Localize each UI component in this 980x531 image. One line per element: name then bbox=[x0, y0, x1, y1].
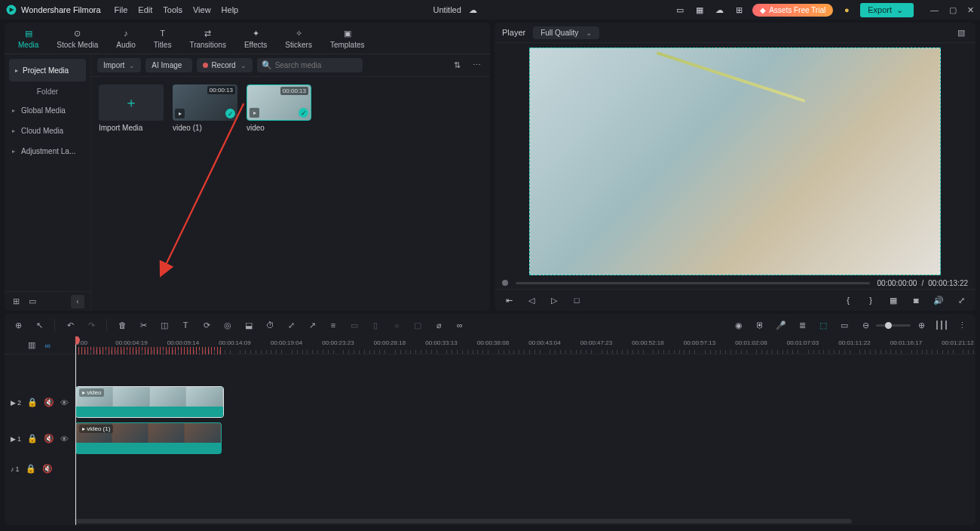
timeline-menu-icon[interactable]: ⋮ bbox=[956, 319, 968, 331]
tab-templates[interactable]: ▣Templates bbox=[330, 27, 365, 49]
media-item-video-1[interactable]: 00:00:13 ▸ ✓ video (1) bbox=[173, 84, 237, 132]
render-icon[interactable]: ◉ bbox=[733, 319, 745, 331]
mute-track-icon[interactable]: 🔇 bbox=[44, 397, 54, 408]
track-options-icon[interactable]: ▥ bbox=[26, 339, 38, 351]
image-icon[interactable]: ▦ bbox=[694, 4, 706, 16]
sidebar-item-cloud-media[interactable]: Cloud Media bbox=[5, 121, 90, 141]
thumbnail[interactable]: 00:00:13 ▸ ✓ bbox=[173, 84, 237, 121]
hide-track-icon[interactable]: 👁 bbox=[60, 397, 69, 408]
progress-track[interactable] bbox=[516, 282, 870, 284]
quality-dropdown[interactable]: Full Quality bbox=[533, 26, 599, 39]
track-header-video-2[interactable]: ▶2 🔒 🔇 👁 bbox=[5, 385, 75, 421]
hide-track-icon[interactable]: 👁 bbox=[60, 434, 69, 444]
tab-transitions[interactable]: ⇄Transitions bbox=[189, 27, 226, 49]
time-ruler[interactable]: 00:0000:00:04:1900:00:09:1400:00:14:0900… bbox=[75, 336, 975, 355]
text-tool-icon[interactable]: T bbox=[179, 319, 191, 331]
window-maximize-button[interactable]: ▢ bbox=[949, 5, 957, 15]
menu-tools[interactable]: Tools bbox=[163, 5, 182, 14]
play-icon[interactable]: ▷ bbox=[547, 293, 561, 307]
thumbnail[interactable]: 00:00:13 ▸ ✓ bbox=[247, 84, 311, 121]
progress-start-handle[interactable] bbox=[502, 280, 508, 286]
snap-icon[interactable]: ⬚ bbox=[817, 319, 829, 331]
import-button[interactable]: Import bbox=[97, 58, 141, 72]
share-icon[interactable]: ↗ bbox=[306, 319, 318, 331]
step-back-icon[interactable]: ◁ bbox=[525, 293, 538, 307]
playhead[interactable] bbox=[75, 336, 76, 525]
export-button[interactable]: Export ⌄ bbox=[860, 3, 914, 17]
search-input[interactable] bbox=[275, 61, 358, 69]
link-icon[interactable]: ∞ bbox=[454, 319, 466, 331]
sidebar-item-global-media[interactable]: Global Media bbox=[5, 100, 90, 121]
menu-help[interactable]: Help bbox=[222, 5, 239, 14]
lock-track-icon[interactable]: 🔒 bbox=[27, 434, 38, 444]
camera-icon[interactable]: ◙ bbox=[909, 293, 923, 307]
menu-edit[interactable]: Edit bbox=[138, 5, 152, 14]
group-icon[interactable]: ▭ bbox=[348, 319, 360, 331]
mute-track-icon[interactable]: 🔇 bbox=[42, 464, 53, 474]
apps-icon[interactable]: ⊞ bbox=[733, 4, 745, 16]
ripple-icon[interactable]: ▭ bbox=[838, 319, 850, 331]
mark-out-icon[interactable]: } bbox=[864, 293, 877, 307]
mixer-icon[interactable]: ≣ bbox=[796, 319, 808, 331]
zoom-slider[interactable] bbox=[876, 324, 911, 327]
trial-badge[interactable]: ◆ Assets Free Trial bbox=[752, 4, 833, 17]
crop-icon[interactable]: ◫ bbox=[158, 319, 170, 331]
auto-icon[interactable]: ⟐ bbox=[390, 319, 403, 331]
notebook-icon[interactable]: ▭ bbox=[674, 4, 686, 16]
mute-track-icon[interactable]: 🔇 bbox=[44, 434, 54, 444]
track-video-1[interactable]: ▸ video (1) bbox=[75, 421, 975, 457]
menu-file[interactable]: File bbox=[115, 5, 128, 14]
ai-image-button[interactable]: AI Image bbox=[145, 58, 192, 72]
snapshot-icon[interactable]: ▧ bbox=[954, 26, 968, 39]
track-header-audio-1[interactable]: ♪1 🔒 🔇 bbox=[5, 457, 75, 481]
new-folder-icon[interactable]: ⊞ bbox=[11, 296, 21, 307]
menu-view[interactable]: View bbox=[193, 5, 211, 14]
selection-tool-icon[interactable]: ↖ bbox=[33, 319, 45, 331]
lock-track-icon[interactable]: 🔒 bbox=[26, 464, 36, 474]
preview-canvas[interactable] bbox=[529, 48, 941, 275]
media-item-video[interactable]: 00:00:13 ▸ ✓ video bbox=[247, 84, 311, 132]
prev-frame-icon[interactable]: ⇤ bbox=[502, 293, 516, 307]
timeline-tracks[interactable]: 00:0000:00:04:1900:00:09:1400:00:14:0900… bbox=[75, 336, 975, 525]
track-video-2[interactable]: ▸ video bbox=[75, 385, 975, 421]
tab-stock-media[interactable]: ⊙Stock Media bbox=[57, 27, 98, 49]
track-audio-1[interactable] bbox=[75, 457, 975, 481]
tab-audio[interactable]: ♪Audio bbox=[116, 27, 136, 49]
color-icon[interactable]: ◎ bbox=[222, 319, 234, 331]
unlink-icon[interactable]: ⌀ bbox=[433, 319, 445, 331]
link-tracks-icon[interactable]: ∞ bbox=[42, 339, 54, 351]
timeline-scrollbar[interactable] bbox=[75, 519, 975, 523]
project-media-header[interactable]: Project Media bbox=[9, 59, 86, 81]
grid-icon[interactable]: ▦ bbox=[887, 293, 900, 307]
cloud-sync-icon[interactable]: ☁ bbox=[467, 4, 479, 16]
document-title[interactable]: Untitled bbox=[433, 5, 461, 14]
timeline-view-mode[interactable] bbox=[936, 321, 947, 330]
record-button[interactable]: Record bbox=[197, 58, 252, 72]
clip-video[interactable]: ▸ video bbox=[75, 386, 224, 418]
keyframe-down-icon[interactable]: ⬓ bbox=[243, 319, 255, 331]
tab-media[interactable]: ▤Media bbox=[18, 27, 38, 49]
zoom-handle[interactable] bbox=[885, 322, 892, 329]
coin-icon[interactable]: ● bbox=[841, 4, 853, 16]
lock-track-icon[interactable]: 🔒 bbox=[27, 397, 38, 408]
shield-icon[interactable]: ⛨ bbox=[754, 319, 766, 331]
fullscreen-icon[interactable]: ⤢ bbox=[954, 293, 968, 307]
folder-icon[interactable]: ▭ bbox=[27, 296, 38, 307]
expand-icon[interactable]: ⤢ bbox=[285, 319, 297, 331]
volume-icon[interactable]: 🔊 bbox=[932, 293, 945, 307]
tab-stickers[interactable]: ✧Stickers bbox=[285, 27, 312, 49]
filter-icon[interactable]: ⇅ bbox=[449, 58, 464, 73]
sidebar-item-adjustment-layer[interactable]: Adjustment La... bbox=[5, 141, 90, 161]
delete-icon[interactable]: 🗑 bbox=[116, 319, 128, 331]
tab-effects[interactable]: ✦Effects bbox=[244, 27, 267, 49]
zoom-in-icon[interactable]: ⊕ bbox=[915, 319, 927, 331]
timer-icon[interactable]: ⏱ bbox=[264, 319, 276, 331]
window-minimize-button[interactable]: — bbox=[930, 5, 939, 15]
zoom-out-icon[interactable]: ⊖ bbox=[859, 319, 871, 331]
window-close-button[interactable]: ✕ bbox=[967, 5, 974, 15]
track-header-video-1[interactable]: ▶1 🔒 🔇 👁 bbox=[5, 421, 75, 457]
mark-in-icon[interactable]: { bbox=[841, 293, 855, 307]
media-item-import[interactable]: ＋ Import Media bbox=[99, 84, 164, 132]
redo-icon[interactable]: ↷ bbox=[85, 319, 97, 331]
lock-icon[interactable]: ▢ bbox=[412, 319, 424, 331]
